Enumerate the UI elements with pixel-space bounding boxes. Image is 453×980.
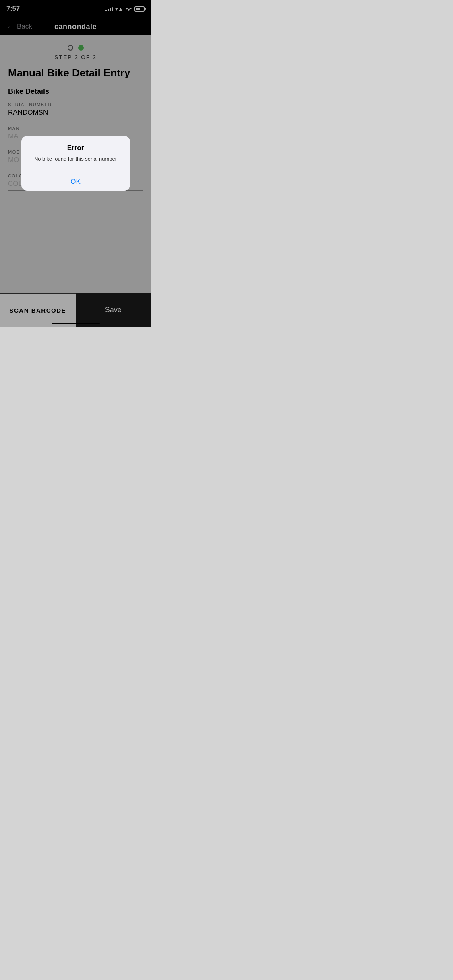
modal-ok-button[interactable]: OK — [21, 173, 130, 191]
modal-title: Error — [28, 144, 124, 152]
modal-message: No bike found for this serial number — [28, 155, 124, 163]
modal-box: Error No bike found for this serial numb… — [21, 136, 130, 190]
modal-content: Error No bike found for this serial numb… — [21, 136, 130, 166]
modal-overlay: Error No bike found for this serial numb… — [0, 0, 151, 327]
modal-actions: OK — [21, 173, 130, 191]
